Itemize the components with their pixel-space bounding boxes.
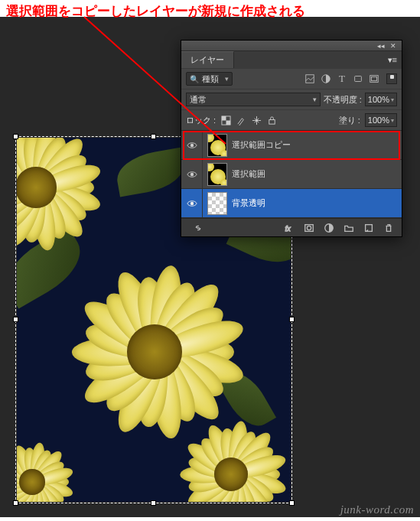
svg-rect-5 (372, 77, 377, 80)
visibility-toggle[interactable] (181, 189, 203, 217)
lock-pixels-icon[interactable] (236, 115, 246, 125)
layer-thumbnail[interactable] (207, 134, 227, 157)
delete-layer-icon[interactable] (383, 222, 394, 233)
close-icon[interactable]: ✕ (389, 42, 397, 50)
adjustment-layer-icon[interactable] (323, 222, 334, 233)
search-icon: 🔍 (190, 75, 199, 83)
blend-mode-value: 通常 (190, 94, 207, 106)
group-icon[interactable] (343, 222, 354, 233)
new-layer-icon[interactable] (363, 222, 374, 233)
svg-rect-7 (222, 116, 226, 120)
blend-row: 通常 ▾ 不透明度 : 100% ▾ (181, 89, 402, 109)
panel-menu-icon[interactable]: ▾≡ (383, 55, 402, 65)
layer-thumbnail[interactable] (207, 192, 227, 215)
layers-panel[interactable]: ◂◂ ✕ レイヤー ▾≡ 🔍 種類 ▾ T 通常 ▾ 不透明度 : 100% ▾ (181, 40, 402, 237)
chevron-down-icon: ▾ (391, 96, 394, 103)
layer-mask-icon[interactable] (303, 222, 314, 233)
fill-input[interactable]: 100% ▾ (365, 113, 397, 127)
flower (17, 138, 109, 260)
layer-name[interactable]: 選択範囲コピー (232, 139, 291, 151)
layer-thumbnail[interactable] (207, 163, 227, 186)
annotation-text: 選択範囲をコピーしたレイヤーが新規に作成される (6, 2, 305, 20)
svg-point-10 (190, 143, 193, 146)
filter-pixel-icon[interactable] (304, 73, 316, 85)
panel-tabs: レイヤー ▾≡ (181, 51, 402, 68)
svg-point-11 (190, 172, 193, 175)
collapse-icon[interactable]: ◂◂ (377, 42, 385, 50)
svg-rect-1 (306, 75, 314, 83)
layer-list: 選択範囲コピー 選択範囲 背景透明 (181, 130, 402, 218)
filter-text-icon[interactable]: T (336, 73, 348, 85)
svg-point-12 (190, 201, 193, 204)
filter-icons: T (304, 73, 380, 85)
svg-point-15 (307, 226, 311, 230)
filter-shape-icon[interactable] (352, 73, 364, 85)
link-layers-icon[interactable] (192, 222, 203, 233)
visibility-toggle[interactable] (181, 160, 203, 188)
opacity-label: 不透明度 : (324, 94, 362, 106)
lock-row: ロック : 塗り : 100% ▾ (181, 109, 402, 130)
tab-layers[interactable]: レイヤー (181, 51, 234, 68)
layer-name[interactable]: 背景透明 (232, 197, 265, 209)
chevron-down-icon: ▾ (313, 96, 317, 103)
filter-adjust-icon[interactable] (320, 73, 332, 85)
layer-row[interactable]: 背景透明 (181, 189, 402, 218)
chevron-down-icon: ▾ (225, 75, 229, 83)
fill-label: 塗り : (339, 115, 360, 126)
chevron-down-icon: ▾ (391, 117, 394, 124)
fill-value: 100% (368, 116, 389, 125)
lock-position-icon[interactable] (251, 115, 262, 125)
filter-smart-icon[interactable] (368, 73, 380, 85)
watermark: junk-word.com (340, 503, 414, 516)
layer-style-icon[interactable]: fx (283, 222, 295, 233)
svg-rect-9 (269, 119, 274, 124)
svg-rect-3 (355, 77, 362, 82)
lock-transparency-icon[interactable] (220, 115, 231, 125)
filter-type-dropdown[interactable]: 🔍 種類 ▾ (186, 72, 233, 86)
opacity-input[interactable]: 100% ▾ (365, 93, 397, 106)
svg-rect-17 (365, 224, 372, 231)
svg-rect-8 (226, 120, 230, 125)
svg-text:fx: fx (285, 224, 290, 232)
lock-label: ロック : (186, 115, 216, 126)
filter-type-label: 種類 (202, 73, 219, 85)
layer-row[interactable]: 選択範囲コピー (181, 131, 402, 160)
panel-header[interactable]: ◂◂ ✕ (181, 41, 402, 51)
visibility-toggle[interactable] (181, 131, 203, 159)
layer-name[interactable]: 選択範囲 (232, 168, 265, 180)
flower (17, 436, 78, 502)
blend-mode-dropdown[interactable]: 通常 ▾ (186, 93, 321, 106)
filter-toggle[interactable] (386, 73, 397, 84)
lock-all-icon[interactable] (266, 115, 277, 125)
layer-row[interactable]: 選択範囲 (181, 160, 402, 189)
panel-footer: fx (181, 218, 402, 236)
filter-row: 🔍 種類 ▾ T (181, 68, 402, 89)
opacity-value: 100% (368, 95, 389, 104)
